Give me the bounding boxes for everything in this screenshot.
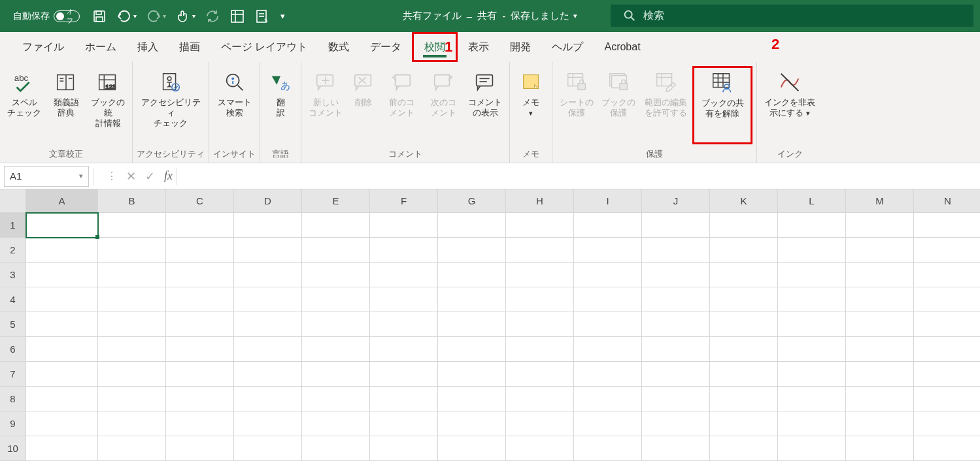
- cell[interactable]: [574, 263, 642, 287]
- cell[interactable]: [846, 263, 914, 287]
- cell[interactable]: [506, 263, 574, 287]
- cell[interactable]: [438, 312, 506, 337]
- cell[interactable]: [26, 411, 98, 436]
- cell[interactable]: [778, 337, 846, 362]
- select-all-corner[interactable]: [0, 189, 26, 213]
- save-icon[interactable]: [92, 8, 107, 24]
- cell[interactable]: [710, 213, 778, 238]
- cell[interactable]: [234, 287, 302, 312]
- cell[interactable]: [302, 411, 370, 436]
- formula-input[interactable]: [189, 166, 980, 187]
- cell[interactable]: [778, 287, 846, 312]
- column-header[interactable]: E: [302, 189, 370, 213]
- cell[interactable]: [234, 238, 302, 263]
- fx-icon[interactable]: fx: [164, 169, 173, 183]
- tab-formulas[interactable]: 数式: [318, 32, 360, 62]
- cell[interactable]: [710, 411, 778, 436]
- cell[interactable]: [98, 387, 166, 411]
- pivot-icon[interactable]: [229, 8, 245, 24]
- column-header[interactable]: I: [574, 189, 642, 213]
- cell[interactable]: [914, 387, 980, 411]
- tab-insert[interactable]: 挿入: [127, 32, 169, 62]
- cell[interactable]: [166, 312, 234, 337]
- cell[interactable]: [574, 387, 642, 411]
- cell[interactable]: [438, 238, 506, 263]
- cell[interactable]: [506, 287, 574, 312]
- cell[interactable]: [642, 312, 710, 337]
- cell[interactable]: [574, 287, 642, 312]
- cell[interactable]: [302, 436, 370, 461]
- search-box[interactable]: [611, 5, 973, 27]
- cell[interactable]: [710, 238, 778, 263]
- cell[interactable]: [302, 312, 370, 337]
- cell[interactable]: [778, 436, 846, 461]
- cell[interactable]: [778, 213, 846, 238]
- cell[interactable]: [98, 213, 166, 238]
- cell[interactable]: [438, 411, 506, 436]
- cell[interactable]: [574, 411, 642, 436]
- cell[interactable]: [26, 387, 98, 411]
- workbook-stats-button[interactable]: 123 ブックの統 計情報: [88, 66, 128, 129]
- cell[interactable]: [574, 312, 642, 337]
- column-header[interactable]: B: [98, 189, 166, 213]
- tab-draw[interactable]: 描画: [169, 32, 211, 62]
- cell[interactable]: [506, 337, 574, 362]
- cell[interactable]: [506, 213, 574, 238]
- cell[interactable]: [914, 263, 980, 287]
- tab-developer[interactable]: 開発: [499, 32, 541, 62]
- refresh-icon[interactable]: [205, 8, 220, 24]
- cell[interactable]: [166, 411, 234, 436]
- unshare-workbook-button[interactable]: ブックの共 有を解除: [692, 66, 752, 144]
- cell[interactable]: [370, 362, 438, 387]
- cell[interactable]: [506, 436, 574, 461]
- cell[interactable]: [438, 436, 506, 461]
- cell[interactable]: [438, 287, 506, 312]
- cell[interactable]: [234, 263, 302, 287]
- cell[interactable]: [438, 263, 506, 287]
- cell[interactable]: [166, 263, 234, 287]
- cell[interactable]: [710, 436, 778, 461]
- cell[interactable]: [234, 337, 302, 362]
- cell[interactable]: [370, 387, 438, 411]
- column-header[interactable]: G: [438, 189, 506, 213]
- cell[interactable]: [302, 362, 370, 387]
- cell[interactable]: [166, 213, 234, 238]
- cell[interactable]: [642, 238, 710, 263]
- cell[interactable]: [98, 263, 166, 287]
- column-header[interactable]: C: [166, 189, 234, 213]
- column-header[interactable]: H: [506, 189, 574, 213]
- enter-formula-icon[interactable]: ✓: [145, 169, 155, 184]
- cell[interactable]: [914, 362, 980, 387]
- tab-help[interactable]: ヘルプ: [541, 32, 594, 62]
- cell[interactable]: [778, 238, 846, 263]
- cell[interactable]: [438, 387, 506, 411]
- row-header[interactable]: 8: [0, 387, 26, 411]
- row-header[interactable]: 1: [0, 213, 26, 238]
- cell[interactable]: [370, 436, 438, 461]
- column-header[interactable]: L: [778, 189, 846, 213]
- cell[interactable]: [26, 337, 98, 362]
- cell[interactable]: [98, 287, 166, 312]
- qat-more[interactable]: ▾: [279, 11, 285, 21]
- cell[interactable]: [710, 312, 778, 337]
- cell[interactable]: [302, 263, 370, 287]
- row-header[interactable]: 9: [0, 411, 26, 436]
- cell[interactable]: [846, 436, 914, 461]
- column-header[interactable]: N: [914, 189, 980, 213]
- cell[interactable]: [914, 238, 980, 263]
- cell[interactable]: [370, 238, 438, 263]
- cell[interactable]: [914, 213, 980, 238]
- cell[interactable]: [846, 287, 914, 312]
- tab-acrobat[interactable]: Acrobat: [594, 32, 651, 62]
- cell[interactable]: [506, 362, 574, 387]
- cell[interactable]: [846, 411, 914, 436]
- cell[interactable]: [370, 337, 438, 362]
- cell[interactable]: [98, 312, 166, 337]
- cell[interactable]: [234, 436, 302, 461]
- hide-ink-button[interactable]: インクを非表 示にする ▾: [761, 66, 819, 118]
- cell[interactable]: [26, 238, 98, 263]
- cell[interactable]: [778, 263, 846, 287]
- cell[interactable]: [914, 436, 980, 461]
- row-header[interactable]: 10: [0, 436, 26, 461]
- cell[interactable]: [234, 362, 302, 387]
